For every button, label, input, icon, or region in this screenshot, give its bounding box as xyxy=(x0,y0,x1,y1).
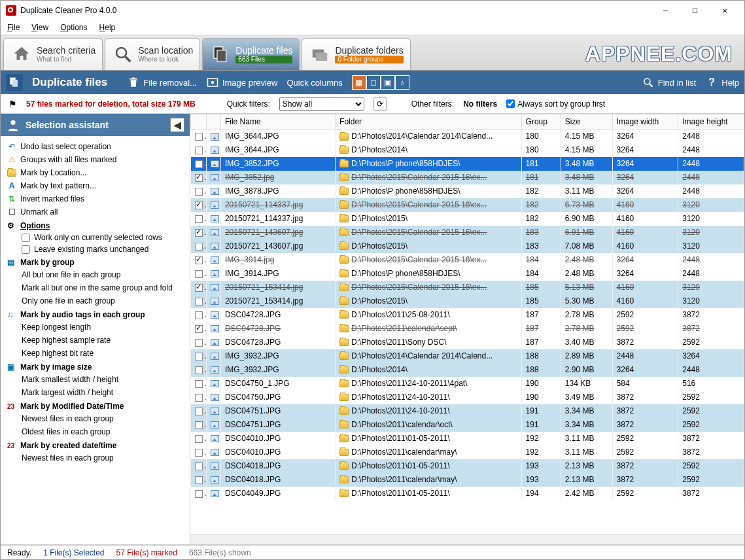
row-checkbox[interactable] xyxy=(195,311,203,319)
table-row[interactable]: DSC04750.JPGD:\Photos\2011\24-10-2011\19… xyxy=(191,391,744,404)
file-removal-button[interactable]: File removal... xyxy=(127,76,197,89)
results-table[interactable]: File Name Folder Group Size Image width … xyxy=(190,114,744,500)
table-row[interactable]: 20150721_153414.jpgD:\Photos\2015\Calend… xyxy=(191,281,744,294)
row-checkbox[interactable] xyxy=(195,449,203,457)
mi-largest[interactable]: Mark largest width / height xyxy=(3,386,187,399)
table-row[interactable]: DSC04010.JPGD:\Photos\2011\calendar\may\… xyxy=(191,446,744,459)
menu-help[interactable]: Help xyxy=(99,23,116,32)
quickcol-image-icon[interactable]: ▣ xyxy=(381,75,395,90)
row-checkbox[interactable] xyxy=(195,380,203,388)
row-checkbox[interactable] xyxy=(195,366,203,374)
unmark-all[interactable]: ☐Unmark all xyxy=(3,205,187,219)
row-checkbox[interactable] xyxy=(195,476,203,484)
tab-duplicate-files[interactable]: Duplicate files663 Files xyxy=(202,38,300,70)
col-filename[interactable]: File Name xyxy=(220,114,335,130)
mark-by-text[interactable]: AMark by text pattern... xyxy=(3,179,187,192)
table-row[interactable]: DSC04750_1.JPGD:\Photos\2011\24-10-2011\… xyxy=(191,377,744,391)
row-checkbox[interactable] xyxy=(195,353,203,360)
table-row[interactable]: DSC04728.JPGD:\Photos\2011\Sony DSC\1873… xyxy=(191,336,744,349)
horizontal-scrollbar[interactable] xyxy=(190,534,744,544)
row-checkbox[interactable] xyxy=(195,408,203,415)
opt-leave-marks[interactable]: Leave existing marks unchanged xyxy=(3,243,187,255)
menu-options[interactable]: Options xyxy=(60,23,87,32)
quickcol-window-icon[interactable]: ◻ xyxy=(366,75,381,90)
md-oldest[interactable]: Oldest files in each group xyxy=(3,425,187,438)
table-row[interactable]: IMG_3878.JPGD:\Photos\P phone\858HDJES\1… xyxy=(191,184,744,198)
row-checkbox[interactable] xyxy=(195,284,203,292)
tab-duplicate-folders[interactable]: Duplicate folders0 Folder groups xyxy=(302,38,410,70)
table-row[interactable]: 20150721_143607.jpgD:\Photos\2015\1837.0… xyxy=(191,239,744,253)
row-checkbox[interactable] xyxy=(195,435,203,443)
table-row[interactable]: 20150721_143607.jpgD:\Photos\2015\Calend… xyxy=(191,226,744,239)
row-checkbox[interactable] xyxy=(195,490,203,498)
collapse-sidebar-button[interactable]: ◀ xyxy=(170,118,184,132)
close-button[interactable]: ✕ xyxy=(710,1,739,20)
image-preview-button[interactable]: Image preview xyxy=(206,76,278,89)
quickcol-music-icon[interactable]: ♪ xyxy=(395,75,409,90)
col-size[interactable]: Size xyxy=(561,114,612,130)
col-folder[interactable]: Folder xyxy=(336,114,522,130)
row-checkbox[interactable] xyxy=(195,256,203,264)
ma-longest[interactable]: Keep longest length xyxy=(3,321,187,334)
row-checkbox[interactable] xyxy=(195,133,203,141)
table-row[interactable]: IMG_3644.JPGD:\Photos\2014\Calendar 2014… xyxy=(191,130,744,143)
tab-scan-location[interactable]: Scan locationWhere to look xyxy=(105,38,200,70)
table-row[interactable]: 20150721_114337.jpgD:\Photos\2015\1826.9… xyxy=(191,212,744,226)
undo-select[interactable]: ↶Undo last select operation xyxy=(3,140,187,153)
find-in-list-button[interactable]: Find in list xyxy=(642,76,697,89)
always-sort-checkbox[interactable]: Always sort by group first xyxy=(506,99,605,109)
groups-all-marked[interactable]: ⚠Groups with all files marked xyxy=(3,153,187,166)
table-row[interactable]: 20150721_153414.jpgD:\Photos\2015\1855.3… xyxy=(191,294,744,308)
table-row[interactable]: DSC04751.JPGD:\Photos\2011\calendar\oct\… xyxy=(191,418,744,432)
row-checkbox[interactable] xyxy=(195,188,203,196)
table-row[interactable]: DSC04728.JPGD:\Photos\2011\calendar\sept… xyxy=(191,322,744,336)
options-head[interactable]: ⚙Options xyxy=(3,219,187,232)
table-row[interactable]: DSC04018.JPGD:\Photos\2011\calendar\may\… xyxy=(191,473,744,487)
mark-by-location[interactable]: Mark by Location... xyxy=(3,166,187,179)
table-row[interactable]: DSC04728.JPGD:\Photos\2011\25-08-2011\18… xyxy=(191,308,744,322)
table-row[interactable]: IMG_3932.JPGD:\Photos\2014\1882.90 MB326… xyxy=(191,363,744,377)
row-checkbox[interactable] xyxy=(195,147,203,154)
row-checkbox[interactable] xyxy=(195,174,203,182)
mi-smallest[interactable]: Mark smallest width / height xyxy=(3,373,187,386)
mg-same-group-fold[interactable]: Mark all but one in the same group and f… xyxy=(3,281,187,294)
col-group[interactable]: Group xyxy=(521,114,561,130)
menu-view[interactable]: View xyxy=(31,23,48,32)
quick-filters-select[interactable]: Show all xyxy=(279,97,364,111)
table-row[interactable]: IMG_3852.jpgD:\Photos\2015\Calendar 2015… xyxy=(191,171,744,184)
help-button[interactable]: ? Help xyxy=(705,76,739,89)
mg-only-one[interactable]: Only one file in each group xyxy=(3,294,187,307)
row-checkbox[interactable] xyxy=(195,160,203,168)
refresh-button[interactable]: ⟳ xyxy=(373,97,387,111)
table-row[interactable]: DSC04049.JPGD:\Photos\2011\01-05-2011\19… xyxy=(191,487,744,500)
minimize-button[interactable]: ─ xyxy=(651,1,680,20)
row-checkbox[interactable] xyxy=(195,229,203,237)
table-row[interactable]: IMG_3932.JPGD:\Photos\2014\Calendar 2014… xyxy=(191,349,744,363)
md-newest[interactable]: Newest files in each group xyxy=(3,412,187,425)
ma-bit-rate[interactable]: Keep highest bit rate xyxy=(3,347,187,360)
mc-newest[interactable]: Newest files in each group xyxy=(3,451,187,464)
ma-sample-rate[interactable]: Keep highest sample rate xyxy=(3,334,187,347)
table-row[interactable]: IMG_3914.jpgD:\Photos\2015\Calendar 2015… xyxy=(191,253,744,267)
col-check[interactable] xyxy=(191,114,207,130)
col-icon[interactable] xyxy=(207,114,221,130)
table-row[interactable]: DSC04018.JPGD:\Photos\2011\01-05-2011\19… xyxy=(191,459,744,473)
mg-all-but-one[interactable]: All but one file in each group xyxy=(3,268,187,281)
table-row[interactable]: IMG_3644.JPGD:\Photos\2014\1804.15 MB326… xyxy=(191,143,744,157)
maximize-button[interactable]: ☐ xyxy=(680,1,710,20)
row-checkbox[interactable] xyxy=(195,270,203,278)
table-row[interactable]: DSC04751.JPGD:\Photos\2011\24-10-2011\19… xyxy=(191,404,744,418)
table-row[interactable]: IMG_3914.JPGD:\Photos\P phone\858HDJES\1… xyxy=(191,267,744,281)
row-checkbox[interactable] xyxy=(195,298,203,306)
row-checkbox[interactable] xyxy=(195,325,203,333)
col-width[interactable]: Image width xyxy=(612,114,678,130)
row-checkbox[interactable] xyxy=(195,339,203,347)
invert-marked[interactable]: ⇅Invert marked files xyxy=(3,192,187,205)
row-checkbox[interactable] xyxy=(195,243,203,251)
tab-search-criteria[interactable]: Search criteriaWhat to find xyxy=(3,38,103,70)
table-row[interactable]: 20150721_114337.jpgD:\Photos\2015\Calend… xyxy=(191,198,744,212)
row-checkbox[interactable] xyxy=(195,463,203,470)
table-row[interactable]: DSC04010.JPGD:\Photos\2011\01-05-2011\19… xyxy=(191,432,744,446)
row-checkbox[interactable] xyxy=(195,215,203,223)
quickcol-grid-icon[interactable]: ▦ xyxy=(352,75,366,90)
